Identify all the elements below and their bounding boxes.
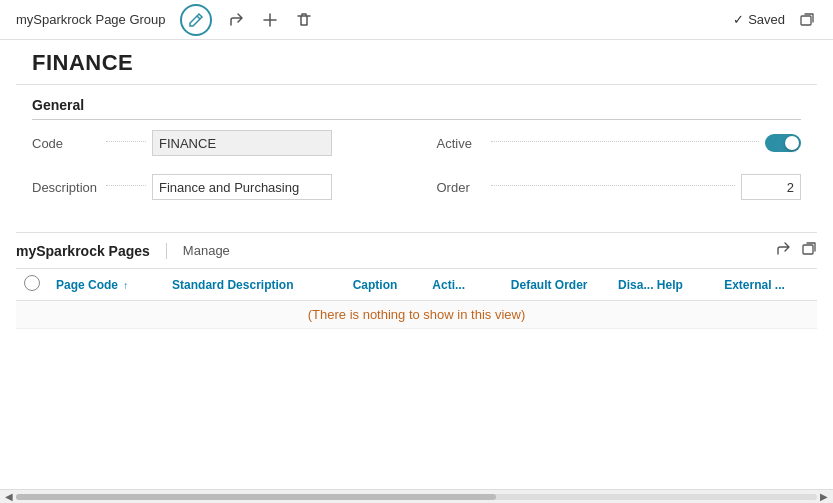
general-section-title: General xyxy=(32,85,801,120)
table-header-caption: Caption xyxy=(345,269,425,301)
subpage-actions xyxy=(775,241,817,260)
description-field-row: Description xyxy=(32,174,397,200)
code-label: Code xyxy=(32,136,104,151)
saved-status: ✓ Saved xyxy=(733,12,785,27)
horizontal-scrollbar[interactable]: ◀ ▶ xyxy=(0,489,833,503)
table-container: Page Code ↑ Standard Description Caption… xyxy=(16,269,817,329)
scrollbar-track[interactable] xyxy=(16,494,817,500)
table-header-external: External ... xyxy=(716,269,817,301)
page-title-area: FINANCE xyxy=(16,40,817,85)
toolbar-right: ✓ Saved xyxy=(733,10,817,30)
active-field-row: Active xyxy=(437,130,802,156)
scroll-left-arrow[interactable]: ◀ xyxy=(2,491,16,502)
subpage-title: mySparkrock Pages xyxy=(16,243,167,259)
add-button[interactable] xyxy=(260,10,280,30)
code-input[interactable] xyxy=(152,130,332,156)
subpage-header-row: mySparkrock Pages Manage xyxy=(16,232,817,269)
order-field-row: Order xyxy=(437,174,802,200)
toolbar: mySparkrock Page Group ✓ Saved xyxy=(0,0,833,40)
scroll-right-arrow[interactable]: ▶ xyxy=(817,491,831,502)
main-content: FINANCE General Code Active xyxy=(0,40,833,503)
table-empty-message: (There is nothing to show in this view) xyxy=(16,301,817,329)
table-body: (There is nothing to show in this view) xyxy=(16,301,817,329)
scrollbar-thumb[interactable] xyxy=(16,494,496,500)
subpage-open-icon[interactable] xyxy=(801,241,817,260)
description-label: Description xyxy=(32,180,104,195)
svg-rect-0 xyxy=(801,16,811,25)
edit-button[interactable] xyxy=(180,4,212,36)
toolbar-left: mySparkrock Page Group xyxy=(16,4,717,36)
subpage-share-icon[interactable] xyxy=(775,241,791,260)
sort-arrow-icon: ↑ xyxy=(123,280,128,291)
share-button[interactable] xyxy=(226,10,246,30)
select-all-checkbox[interactable] xyxy=(24,275,40,291)
table-header-checkbox[interactable] xyxy=(16,269,48,301)
table-empty-row: (There is nothing to show in this view) xyxy=(16,301,817,329)
subpage-manage-label: Manage xyxy=(167,243,775,258)
table-header-standard-desc: Standard Description xyxy=(164,269,345,301)
table-header-row: Page Code ↑ Standard Description Caption… xyxy=(16,269,817,301)
order-input[interactable] xyxy=(741,174,801,200)
active-label: Active xyxy=(437,136,489,151)
table-header-default-order: Default Order xyxy=(488,269,610,301)
table-header-page-code[interactable]: Page Code ↑ xyxy=(48,269,164,301)
check-icon: ✓ xyxy=(733,12,744,27)
description-input[interactable] xyxy=(152,174,332,200)
subpage-section: mySparkrock Pages Manage xyxy=(16,232,817,329)
svg-rect-1 xyxy=(803,245,813,254)
code-field-row: Code xyxy=(32,130,397,156)
table-header-disa-help: Disa... Help xyxy=(610,269,716,301)
toolbar-brand: mySparkrock Page Group xyxy=(16,12,166,27)
general-section: General Code Active xyxy=(16,85,817,224)
active-toggle[interactable] xyxy=(765,134,801,152)
page-title: FINANCE xyxy=(32,50,801,76)
open-new-tab-button[interactable] xyxy=(797,10,817,30)
delete-button[interactable] xyxy=(294,10,314,30)
table-header-active: Acti... xyxy=(424,269,488,301)
data-table: Page Code ↑ Standard Description Caption… xyxy=(16,269,817,329)
order-label: Order xyxy=(437,180,489,195)
